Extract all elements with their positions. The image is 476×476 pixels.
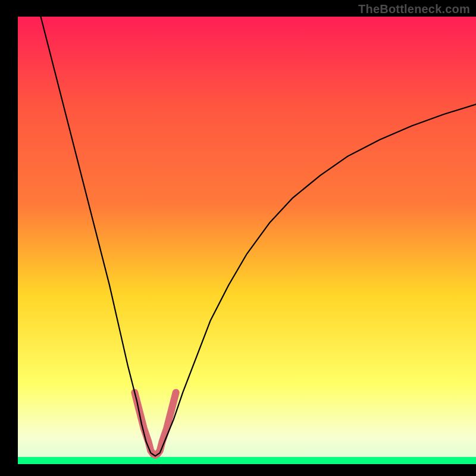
green-band (18, 457, 476, 464)
plot-background (18, 17, 476, 464)
bottleneck-chart (0, 0, 476, 476)
watermark-text: TheBottleneck.com (358, 2, 470, 16)
chart-frame: TheBottleneck.com (0, 0, 476, 476)
